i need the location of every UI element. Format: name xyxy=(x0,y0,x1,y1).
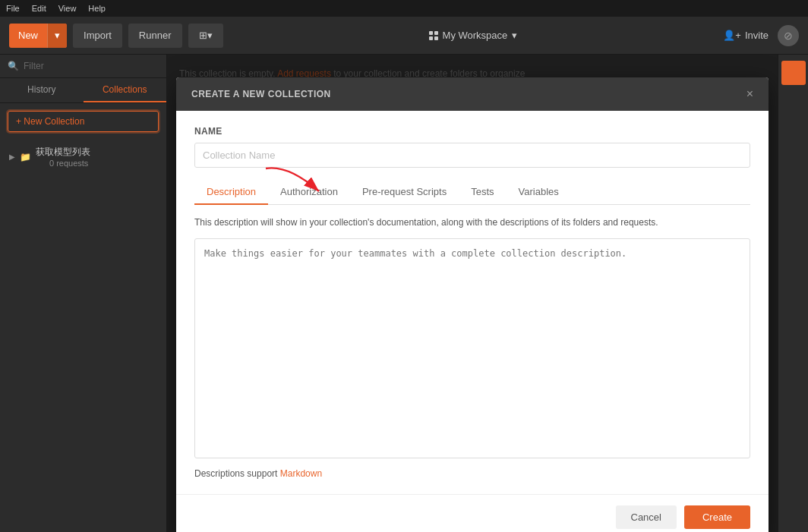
tab-collections[interactable]: Collections xyxy=(84,78,167,102)
new-button-label: New xyxy=(9,30,47,41)
workspace-button[interactable]: My Workspace ▾ xyxy=(429,30,518,41)
runner-button[interactable]: Runner xyxy=(128,24,182,48)
description-textarea[interactable] xyxy=(194,238,750,458)
invite-button[interactable]: 👤+ Invite xyxy=(723,30,769,41)
collection-folder-icon: 📁 xyxy=(20,152,31,162)
modal-footer: Cancel Create xyxy=(176,494,769,532)
toolbar-right: 👤+ Invite ⊘ xyxy=(723,25,799,46)
sidebar-search-container: 🔍 xyxy=(0,55,166,78)
tab-variables[interactable]: Variables xyxy=(507,180,571,205)
workspace-chevron: ▾ xyxy=(512,30,517,41)
import-button[interactable]: Import xyxy=(73,24,122,48)
invite-label: Invite xyxy=(745,30,769,41)
invite-icon: 👤+ xyxy=(723,30,741,41)
menu-view[interactable]: View xyxy=(58,4,77,13)
new-button-dropdown[interactable]: ▾ xyxy=(47,24,67,48)
sidebar: 🔍 History Collections + New Collection ▶… xyxy=(0,55,167,532)
modal-title: CREATE A NEW COLLECTION xyxy=(191,89,331,99)
markdown-note: Descriptions support Markdown xyxy=(194,468,750,479)
search-input[interactable] xyxy=(24,61,159,71)
tab-tests[interactable]: Tests xyxy=(459,180,506,205)
tab-history[interactable]: History xyxy=(0,78,84,102)
collection-item[interactable]: ▶ 📁 获取模型列表 0 requests xyxy=(0,140,166,174)
modal-overlay: CREATE A NEW COLLECTION × Name Descripti… xyxy=(167,55,778,532)
modal-tabs: Description Authorization Pre-request Sc… xyxy=(194,180,750,205)
tab-authorization[interactable]: Authorization xyxy=(268,180,350,205)
workspace-icon xyxy=(429,31,438,40)
right-panel-button[interactable] xyxy=(781,61,806,85)
tab-description[interactable]: Description xyxy=(194,180,268,205)
user-avatar[interactable]: ⊘ xyxy=(778,25,799,46)
modal-header: CREATE A NEW COLLECTION × xyxy=(176,77,769,111)
menu-help[interactable]: Help xyxy=(88,4,106,13)
tab-pre-request-scripts[interactable]: Pre-request Scripts xyxy=(350,180,459,205)
collection-name-input[interactable] xyxy=(194,143,750,168)
toolbar: New ▾ Import Runner ⊞▾ My Workspace ▾ 👤+… xyxy=(0,17,808,55)
markdown-link[interactable]: Markdown xyxy=(280,468,322,479)
create-button[interactable]: Create xyxy=(684,505,750,529)
menu-file[interactable]: File xyxy=(6,4,20,13)
new-button[interactable]: New ▾ xyxy=(9,24,67,48)
right-panel xyxy=(778,55,808,532)
sidebar-tabs: History Collections xyxy=(0,78,166,103)
content-area: This collection is empty. Add requests t… xyxy=(167,55,778,532)
collection-arrow-icon: ▶ xyxy=(9,153,15,161)
modal-close-button[interactable]: × xyxy=(746,88,753,100)
cancel-button[interactable]: Cancel xyxy=(616,505,677,529)
description-info: This description will show in your colle… xyxy=(194,216,750,229)
name-field-label: Name xyxy=(194,126,750,137)
toolbar-center: My Workspace ▾ xyxy=(229,30,718,41)
create-collection-modal: CREATE A NEW COLLECTION × Name Descripti… xyxy=(176,77,769,532)
monitor-button[interactable]: ⊞▾ xyxy=(188,24,223,48)
collection-name: 获取模型列表 xyxy=(36,146,90,159)
workspace-label: My Workspace xyxy=(443,30,508,41)
menu-bar: File Edit View Help xyxy=(0,0,808,17)
search-icon: 🔍 xyxy=(8,61,19,71)
collection-request-count: 0 requests xyxy=(49,159,90,168)
modal-body: Name Description Authorization Pre-reque… xyxy=(176,111,769,494)
new-collection-button[interactable]: + New Collection xyxy=(8,111,159,132)
main-area: 🔍 History Collections + New Collection ▶… xyxy=(0,55,808,532)
menu-edit[interactable]: Edit xyxy=(32,4,46,13)
